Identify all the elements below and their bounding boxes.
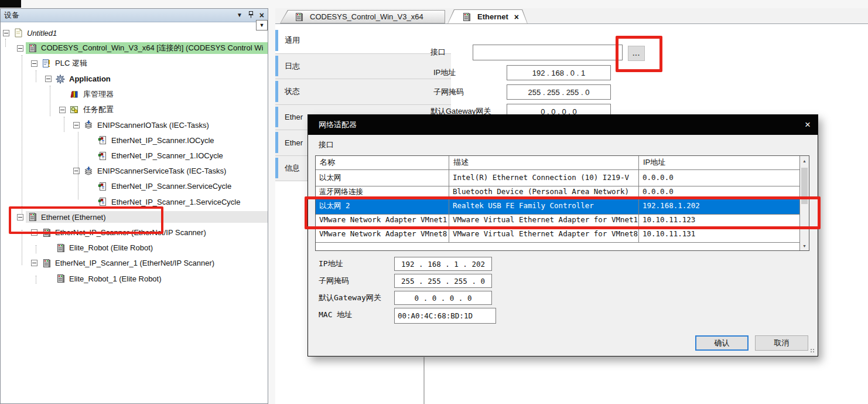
scroll-up-icon[interactable]: ▲ xyxy=(800,156,809,165)
side-tab-日志[interactable]: 日志 xyxy=(275,54,451,80)
table-header-cell[interactable]: 名称 xyxy=(316,156,449,170)
tree-item-application[interactable]: Application xyxy=(1,72,268,87)
adapter-table-grid: 名称描述IP地址以太网Intel(R) Ethernet Connection … xyxy=(316,156,799,250)
doc-tab-codesys_control_win_v3_x64[interactable]: CODESYS_Control_Win_V3_x64 xyxy=(280,10,445,23)
close-icon[interactable]: × xyxy=(259,11,264,19)
tree-dropdown-button[interactable]: ▼ xyxy=(256,20,268,30)
tree-item-ethernet_ip_scanner[interactable]: EtherNet_IP_Scanner (EtherNet/IP Scanner… xyxy=(1,225,268,240)
tree-item-codesys_control_win_v3_x64[interactable]: CODESYS_Control_Win_V3_x64 [连接的] (CODESY… xyxy=(1,40,268,56)
tree-connector xyxy=(22,230,22,265)
tree-connector xyxy=(78,132,78,199)
tree-expander-icon[interactable] xyxy=(73,168,80,174)
table-header-cell[interactable]: 描述 xyxy=(449,156,639,170)
dialog-titlebar[interactable]: 网络适配器 × xyxy=(308,115,818,135)
dialog-field-label: 子网掩码 xyxy=(319,274,349,288)
tree-expander-icon[interactable] xyxy=(31,260,37,266)
pin-icon[interactable] xyxy=(248,11,254,19)
tree-connector xyxy=(36,70,36,82)
tree-connector xyxy=(64,117,64,132)
table-scrollbar[interactable]: ▲ ▼ xyxy=(799,156,809,250)
tree-connector xyxy=(22,55,22,215)
tree-item-label: EtherNet_IP_Scanner_1 (EtherNet/IP Scann… xyxy=(54,259,216,267)
tree-item-label: ENIPScannerServiceTask (IEC-Tasks) xyxy=(96,167,227,175)
tree-expander-icon[interactable] xyxy=(17,45,23,52)
tree-item-body: EtherNet_IP_Scanner_1.ServiceCycle xyxy=(96,196,268,208)
doc-tab-ethernet[interactable]: Ethernet× xyxy=(447,9,528,24)
tree-expander-icon[interactable] xyxy=(73,122,80,128)
tree-item-label: EtherNet_IP_Scanner (EtherNet/IP Scanner… xyxy=(54,228,207,237)
tree-expander-icon[interactable] xyxy=(3,30,9,36)
mask-label: 子网掩码 xyxy=(433,84,464,100)
tree-item-ethernet_ip_scanneriocycle[interactable]: EtherNet_IP_Scanner.IOCycle xyxy=(1,133,268,148)
scroll-thumb[interactable] xyxy=(801,168,808,204)
device-icon xyxy=(55,274,66,283)
tab-close-icon[interactable]: × xyxy=(514,13,519,21)
tree-item-label: EtherNet_IP_Scanner_1.IOCycle xyxy=(110,151,224,160)
tree-expander-icon[interactable] xyxy=(59,107,66,113)
tree-expander-icon[interactable] xyxy=(31,60,37,67)
ip-label: IP地址 xyxy=(433,65,456,80)
tree-item-body: CODESYS_Control_Win_V3_x64 [连接的] (CODESY… xyxy=(26,42,268,54)
side-tab-label: 通用 xyxy=(285,35,300,46)
side-tab-label: 日志 xyxy=(285,61,300,72)
table-row-cell[interactable]: 10.10.11.131 xyxy=(639,226,801,243)
tree-item-label: 库管理器 xyxy=(82,89,115,100)
tree-item-label: Application xyxy=(68,74,112,83)
tree-item-ethernet[interactable]: Ethernet (Ethernet) xyxy=(1,209,268,225)
dialog-close-icon[interactable]: × xyxy=(798,115,818,135)
tree-item-ethernet_ip_scanner_1iocycle[interactable]: EtherNet_IP_Scanner_1.IOCycle xyxy=(1,148,268,164)
tree-item-ethernet_ip_scanner_1servicecycle[interactable]: EtherNet_IP_Scanner_1.ServiceCycle xyxy=(1,194,268,209)
tree-item-label: CODESYS_Control_Win_V3_x64 [连接的] (CODESY… xyxy=(40,43,264,53)
table-row-cell[interactable]: VMware Virtual Ethernet Adapter for VMne… xyxy=(449,226,639,243)
dialog-field-value[interactable]: 255 . 255 . 255 . 0 xyxy=(394,274,492,288)
top-left-menu-fragment xyxy=(0,0,21,8)
tree-item-ethernet_ip_scanner_1[interactable]: EtherNet_IP_Scanner_1 (EtherNet/IP Scann… xyxy=(1,256,268,271)
tree-item-body: 任务配置 xyxy=(68,104,268,116)
resize-grip[interactable] xyxy=(810,348,816,354)
device-icon xyxy=(293,12,304,22)
dialog-field-value[interactable]: 00:A0:4C:68:BD:1D xyxy=(394,308,496,324)
tree-item-body: EtherNet_IP_Scanner_1 (EtherNet/IP Scann… xyxy=(40,257,268,269)
ip-input[interactable]: 192 . 168 . 0 . 1 xyxy=(507,65,611,80)
dialog-field-value[interactable]: 192 . 168 . 1 . 202 xyxy=(394,257,492,271)
tree-connector xyxy=(36,276,36,284)
task-icon xyxy=(83,120,94,130)
mask-input[interactable]: 255 . 255 . 255 . 0 xyxy=(507,84,611,100)
confirm-button[interactable]: 确认 xyxy=(695,335,749,351)
tree-item-label: Ethernet (Ethernet) xyxy=(40,213,107,222)
tree-item-elite_robot_1[interactable]: Elite_Robot_1 (Elite Robot) xyxy=(1,271,268,286)
tree-item-[interactable]: 任务配置 xyxy=(1,102,268,117)
side-tab-状态[interactable]: 状态 xyxy=(275,79,451,105)
tree-item-body: Untitled1 xyxy=(12,27,268,39)
tree-expander-icon[interactable] xyxy=(31,229,37,236)
browse-button[interactable]: ... xyxy=(628,46,645,61)
tree-connector xyxy=(50,86,50,116)
tree-item-enipscannerservicetask[interactable]: ENIPScannerServiceTask (IEC-Tasks) xyxy=(1,164,268,179)
side-tab-label: Ether xyxy=(285,138,303,147)
table-row-cell[interactable]: VMware Network Adapter VMnet8 xyxy=(316,226,449,243)
tree-item-elite_robot[interactable]: Elite_Robot (Elite Robot) xyxy=(1,240,268,256)
dialog-field-label: IP地址 xyxy=(319,257,343,271)
side-tab-通用[interactable]: 通用 xyxy=(275,28,451,54)
tree-item-label: EtherNet_IP_Scanner_1.ServiceCycle xyxy=(110,198,241,206)
scroll-down-icon[interactable]: ▼ xyxy=(800,241,809,250)
chevron-down-icon[interactable]: ▼ xyxy=(237,12,242,18)
tree-item-ethernet_ip_scannerservicecycle[interactable]: EtherNet_IP_Scanner.ServiceCycle xyxy=(1,179,268,194)
tree-item-label: EtherNet_IP_Scanner.ServiceCycle xyxy=(110,182,233,191)
pane-divider xyxy=(423,357,425,404)
tree-item-[interactable]: 库管理器 xyxy=(1,87,268,102)
tree-item-untitled1[interactable]: Untitled1 xyxy=(1,25,268,40)
interface-input[interactable] xyxy=(473,45,623,60)
tree-item-plc[interactable]: PLC 逻辑 xyxy=(1,56,268,71)
tree-item-body: EtherNet_IP_Scanner.IOCycle xyxy=(96,134,268,146)
tab-face: CODESYS_Control_Win_V3_x64 xyxy=(281,11,445,23)
device-icon xyxy=(55,243,66,253)
cancel-button[interactable]: 取消 xyxy=(755,335,808,351)
tree-expander-icon[interactable] xyxy=(45,76,52,82)
tree-item-enipscanneriotask[interactable]: ENIPScannerIOTask (IEC-Tasks) xyxy=(1,117,268,133)
tree-item-body: Application xyxy=(54,73,268,85)
tree-expander-icon[interactable] xyxy=(17,214,23,220)
side-tab-label: 信息 xyxy=(285,163,300,174)
table-header-cell[interactable]: IP地址 xyxy=(639,156,801,170)
dialog-field-value[interactable]: 0 . 0 . 0 . 0 xyxy=(394,291,492,305)
